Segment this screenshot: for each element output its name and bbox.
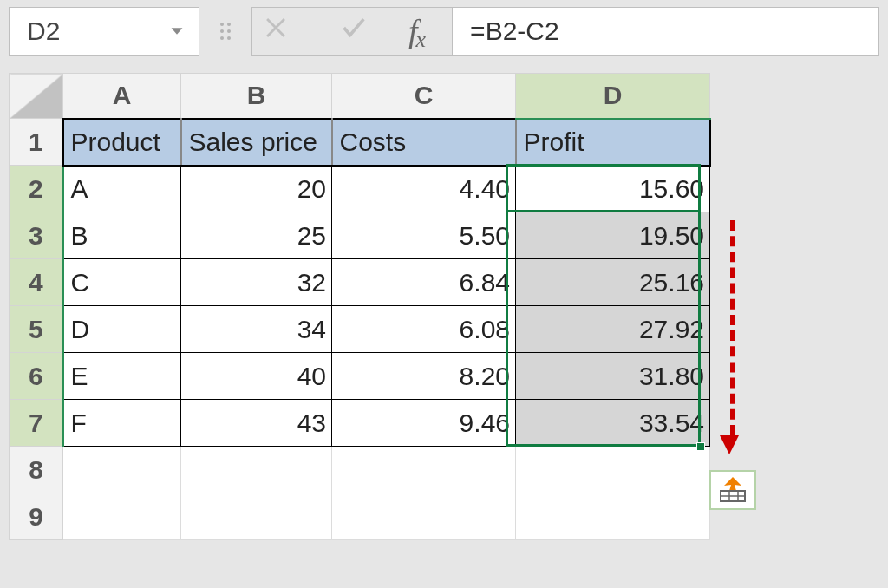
spreadsheet-grid: A B C D 1 Product Sales price Costs Prof… xyxy=(0,73,888,540)
cell-D2[interactable]: 15.60 xyxy=(516,166,710,212)
cell-C6[interactable]: 8.20 xyxy=(332,353,516,400)
cell-D1[interactable]: Profit xyxy=(516,119,710,166)
row-header-8[interactable]: 8 xyxy=(10,447,63,493)
cancel-x-icon[interactable] xyxy=(252,13,299,49)
cell-A7[interactable]: F xyxy=(63,400,181,447)
fill-handle[interactable] xyxy=(696,442,705,451)
cell-B3[interactable]: 25 xyxy=(181,212,332,259)
row-header-2[interactable]: 2 xyxy=(10,166,63,212)
cell-C7[interactable]: 9.46 xyxy=(332,400,516,447)
name-box[interactable]: D2 xyxy=(9,7,199,56)
cell-B8[interactable] xyxy=(181,447,332,493)
annotation-arrow xyxy=(727,220,735,435)
column-header-D[interactable]: D xyxy=(516,74,710,119)
autofill-options-button[interactable] xyxy=(709,470,756,510)
cell-C8[interactable] xyxy=(332,447,516,493)
name-box-dropdown-icon[interactable] xyxy=(160,22,186,41)
table-row: 3 B 25 5.50 19.50 xyxy=(10,212,710,259)
enter-check-icon[interactable] xyxy=(330,13,377,49)
fx-icon[interactable]: fx xyxy=(408,12,443,50)
cell-C1[interactable]: Costs xyxy=(332,119,516,166)
cell-B4[interactable]: 32 xyxy=(181,259,332,306)
table-row: 8 xyxy=(10,447,710,493)
row-header-5[interactable]: 5 xyxy=(10,306,63,353)
name-box-value: D2 xyxy=(27,16,60,46)
cell-A5[interactable]: D xyxy=(63,306,181,353)
table-row: 7 F 43 9.46 33.54 xyxy=(10,400,710,447)
cell-D8[interactable] xyxy=(516,447,710,493)
table-row: 1 Product Sales price Costs Profit xyxy=(10,119,710,166)
cell-B9[interactable] xyxy=(181,493,332,540)
cell-C4[interactable]: 6.84 xyxy=(332,259,516,306)
cell-A2[interactable]: A xyxy=(63,166,181,212)
formula-tools: fx xyxy=(251,7,452,56)
formula-bar: D2 fx =B2-C2 xyxy=(0,0,888,73)
annotation-arrow-head-icon xyxy=(720,435,739,454)
row-header-1[interactable]: 1 xyxy=(10,119,63,166)
cell-B6[interactable]: 40 xyxy=(181,353,332,400)
selection-active-divider xyxy=(508,210,698,212)
column-header-B[interactable]: B xyxy=(181,74,332,119)
cell-A4[interactable]: C xyxy=(63,259,181,306)
table-row: 2 A 20 4.40 15.60 xyxy=(10,166,710,212)
cell-C5[interactable]: 6.08 xyxy=(332,306,516,353)
cell-B1[interactable]: Sales price xyxy=(181,119,332,166)
cell-D9[interactable] xyxy=(516,493,710,540)
formula-input[interactable]: =B2-C2 xyxy=(452,7,879,56)
row-header-6[interactable]: 6 xyxy=(10,353,63,400)
cell-D5[interactable]: 27.92 xyxy=(516,306,710,353)
cell-A8[interactable] xyxy=(63,447,181,493)
cell-A9[interactable] xyxy=(63,493,181,540)
grid-table: A B C D 1 Product Sales price Costs Prof… xyxy=(9,73,711,540)
cell-B7[interactable]: 43 xyxy=(181,400,332,447)
autofill-options-icon xyxy=(715,475,750,505)
formula-value: =B2-C2 xyxy=(470,16,559,46)
select-all-corner[interactable] xyxy=(10,74,63,119)
row-header-3[interactable]: 3 xyxy=(10,212,63,259)
cell-B2[interactable]: 20 xyxy=(181,166,332,212)
resize-grip-icon[interactable] xyxy=(220,23,231,40)
column-header-row: A B C D xyxy=(10,74,710,119)
cell-D4[interactable]: 25.16 xyxy=(516,259,710,306)
cell-A3[interactable]: B xyxy=(63,212,181,259)
cell-A6[interactable]: E xyxy=(63,353,181,400)
cell-B5[interactable]: 34 xyxy=(181,306,332,353)
cell-D6[interactable]: 31.80 xyxy=(516,353,710,400)
cell-D7[interactable]: 33.54 xyxy=(516,400,710,447)
row-header-9[interactable]: 9 xyxy=(10,493,63,540)
table-row: 6 E 40 8.20 31.80 xyxy=(10,353,710,400)
column-header-A[interactable]: A xyxy=(63,74,181,119)
column-header-C[interactable]: C xyxy=(332,74,516,119)
table-row: 4 C 32 6.84 25.16 xyxy=(10,259,710,306)
cell-C9[interactable] xyxy=(332,493,516,540)
cell-D3[interactable]: 19.50 xyxy=(516,212,710,259)
row-header-4[interactable]: 4 xyxy=(10,259,63,306)
table-row: 5 D 34 6.08 27.92 xyxy=(10,306,710,353)
cell-C2[interactable]: 4.40 xyxy=(332,166,516,212)
cell-C3[interactable]: 5.50 xyxy=(332,212,516,259)
table-row: 9 xyxy=(10,493,710,540)
row-header-7[interactable]: 7 xyxy=(10,400,63,447)
cell-A1[interactable]: Product xyxy=(63,119,181,166)
